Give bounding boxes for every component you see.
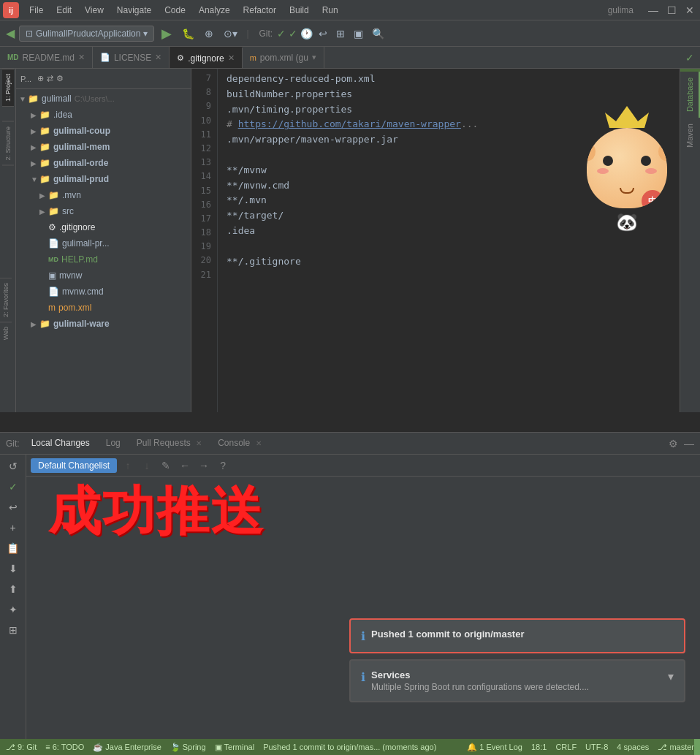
minimize-button[interactable]: — [645, 4, 661, 16]
git-terminal-button[interactable]: ▣ [351, 26, 366, 41]
tab-pom[interactable]: m pom.xml (gu ▾ [243, 47, 324, 68]
change-nav-down[interactable]: ↓ [139, 458, 155, 474]
git-settings-icon[interactable]: ⚙ [669, 438, 678, 449]
menu-edit[interactable]: Edit [50, 4, 77, 17]
menu-file[interactable]: File [23, 4, 49, 17]
maven-wrapper-link[interactable]: https://github.com/takari/maven-wrapper [238, 118, 461, 129]
change-help-button[interactable]: ? [215, 458, 231, 474]
pull-requests-close[interactable]: ✕ [196, 439, 202, 447]
sidebar-item-structure[interactable]: 2: Structure [2, 121, 14, 166]
git-refresh-button[interactable]: ↺ [4, 458, 22, 475]
git-branch-list-button[interactable]: ⊞ [4, 621, 22, 639]
event-log-item[interactable]: 🔔 1 Event Log [467, 743, 522, 752]
tree-coup[interactable]: ▶ 📁 gulimall-coup [16, 123, 191, 139]
menu-navigate[interactable]: Navigate [111, 4, 157, 17]
branch-status-item[interactable]: ⎇ master [658, 743, 694, 752]
line-ending-item[interactable]: CRLF [555, 743, 577, 752]
tab-readme-close[interactable]: ✕ [78, 53, 85, 62]
tree-mem[interactable]: ▶ 📁 gulimall-mem [16, 139, 191, 155]
orde-folder-icon: 📁 [39, 158, 50, 168]
menu-run[interactable]: Run [316, 4, 344, 17]
git-history-icon[interactable]: 🕐 [300, 28, 313, 39]
run-with-button[interactable]: ⊙▾ [221, 26, 240, 41]
sidebar-item-web[interactable]: Web [0, 322, 12, 344]
branch-selector[interactable]: ⊡ GulimallPruductApplication ▾ [19, 26, 154, 42]
git-pull-icon[interactable]: ✓ [289, 28, 297, 39]
menu-view[interactable]: View [79, 4, 110, 17]
git-minimize-icon[interactable]: — [684, 438, 694, 449]
git-pull-button[interactable]: ⬇ [4, 560, 22, 577]
git-rollback-button[interactable]: ↩ [316, 26, 330, 41]
maximize-button[interactable]: ☐ [664, 4, 680, 16]
pomxml-icon: m [48, 303, 56, 313]
services-notif-title: Services [371, 669, 589, 680]
git-panel-header: Git: Local Changes Log Pull Requests ✕ C… [0, 433, 700, 455]
services-chevron-icon[interactable]: ▾ [668, 669, 674, 683]
tree-gitignore-file[interactable]: ⚙ .gitignore [16, 219, 191, 235]
sidebar-item-database[interactable]: Database [681, 72, 700, 118]
change-nav-up[interactable]: ↑ [120, 458, 136, 474]
project-header-icon1[interactable]: ⊕ [37, 74, 44, 83]
search-button[interactable]: 🔍 [369, 26, 387, 41]
tab-local-changes[interactable]: Local Changes [24, 435, 97, 452]
tree-gulimall-pr[interactable]: 📄 gulimall-pr... [16, 235, 191, 251]
git-push-icon[interactable]: ✓ [277, 28, 286, 39]
tree-mvn[interactable]: ▶ 📁 .mvn [16, 187, 191, 203]
tab-license-close[interactable]: ✕ [155, 53, 161, 62]
close-button[interactable]: ✕ [682, 4, 697, 16]
todo-status-item[interactable]: ≡ 6: TODO [45, 743, 84, 751]
debug-button[interactable]: 🐛 [179, 26, 197, 41]
spring-status-item[interactable]: 🍃 Spring [170, 743, 206, 752]
git-commit-button[interactable]: ✓ [4, 478, 22, 496]
tab-gitignore[interactable]: ⚙ .gitignore ✕ [170, 47, 242, 68]
coverage-button[interactable]: ⊕ [202, 26, 216, 41]
git-stash-button[interactable]: ✦ [4, 601, 22, 618]
sidebar-item-favorites[interactable]: 2: Favorites [0, 278, 12, 322]
tree-src[interactable]: ▶ 📁 src [16, 203, 191, 219]
sidebar-item-project[interactable]: 1: Project [2, 69, 14, 107]
tab-license[interactable]: 📄 LICENSE ✕ [93, 47, 170, 68]
tab-pull-requests[interactable]: Pull Requests ✕ [129, 435, 209, 452]
tree-mvnw[interactable]: ▣ mvnw [16, 268, 191, 284]
console-close[interactable]: ✕ [256, 439, 262, 447]
tab-gitignore-close[interactable]: ✕ [228, 53, 235, 63]
indent-item[interactable]: 4 spaces [617, 743, 649, 752]
java-status-item[interactable]: ☕ Java Enterprise [93, 743, 161, 752]
changelist-name-button[interactable]: Default Changelist [31, 458, 117, 473]
tree-pom-xml[interactable]: m pom.xml [16, 300, 191, 316]
tree-prud[interactable]: ▼ 📁 gulimall-prud [16, 171, 191, 187]
project-header-icon2[interactable]: ⇄ [47, 74, 53, 83]
app-logo[interactable]: ij [3, 2, 19, 18]
nav-back-button[interactable]: ◀ [6, 26, 15, 40]
git-add-button[interactable]: + [4, 519, 22, 536]
tree-ware[interactable]: ▶ 📁 gulimall-ware [16, 316, 191, 332]
git-branch-button[interactable]: ⊞ [333, 26, 348, 41]
change-back-button[interactable]: ← [177, 458, 193, 474]
menu-build[interactable]: Build [284, 4, 315, 17]
tree-root[interactable]: ▼ 📁 gulimall C:\Users\... [16, 91, 191, 107]
change-edit-button[interactable]: ✎ [158, 458, 174, 474]
change-forward-button[interactable]: → [196, 458, 212, 474]
tab-log[interactable]: Log [99, 435, 128, 452]
project-settings-icon[interactable]: ⚙ [56, 74, 64, 83]
menu-analyze[interactable]: Analyze [193, 4, 236, 17]
anime-mouth [620, 188, 634, 194]
terminal-status-item[interactable]: ▣ Terminal [215, 743, 255, 752]
menu-refactor[interactable]: Refactor [237, 4, 282, 17]
tree-help-md[interactable]: MD HELP.md [16, 251, 191, 268]
git-copy-button[interactable]: 📋 [4, 539, 22, 557]
sidebar-item-maven[interactable]: Maven [681, 118, 700, 153]
menu-code[interactable]: Code [159, 4, 191, 17]
tab-console[interactable]: Console ✕ [210, 435, 268, 452]
line-col-item[interactable]: 18:1 [531, 743, 547, 752]
tree-orde[interactable]: ▶ 📁 gulimall-orde [16, 155, 191, 171]
git-status-item[interactable]: ⎇ 9: Git [6, 743, 37, 752]
run-button[interactable]: ▶ [159, 24, 175, 43]
tab-pom-more[interactable]: ▾ [312, 53, 316, 62]
tab-readme[interactable]: MD README.md ✕ [0, 47, 93, 68]
git-rollback-action-button[interactable]: ↩ [4, 498, 22, 516]
tree-mvnw-cmd[interactable]: 📄 mvnw.cmd [16, 284, 191, 300]
git-push-action-button[interactable]: ⬆ [4, 580, 22, 598]
tree-idea[interactable]: ▶ 📁 .idea [16, 107, 191, 123]
encoding-item[interactable]: UTF-8 [585, 743, 608, 752]
